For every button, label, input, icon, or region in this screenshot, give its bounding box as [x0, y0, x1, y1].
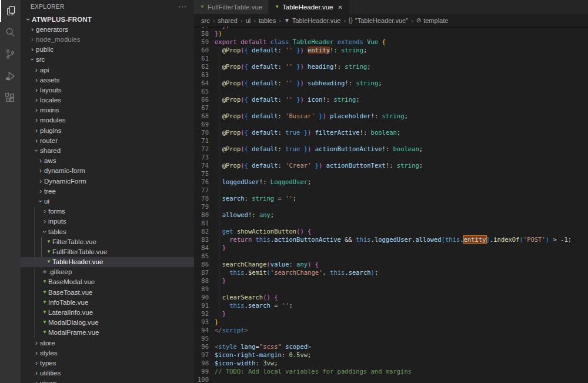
- code-line-100[interactable]: 100: [194, 375, 588, 383]
- code-line-58[interactable]: 58}): [194, 29, 588, 38]
- search-activity-button[interactable]: [0, 22, 21, 44]
- tree-item-tables[interactable]: ›tables: [21, 227, 194, 237]
- tree-item-dynamic-form[interactable]: ›dynamic-form: [21, 166, 194, 176]
- search-icon: [4, 26, 16, 39]
- tree-item-basetoast-vue[interactable]: ▼BaseToast.vue: [21, 287, 194, 297]
- tree-item-dynamicform[interactable]: ›DynamicForm: [21, 176, 194, 186]
- tree-item-assets[interactable]: ›assets: [21, 75, 194, 85]
- code-line-63[interactable]: 63: [194, 71, 588, 79]
- code-line-69[interactable]: 69: [194, 120, 588, 128]
- breadcrumb-item-shared[interactable]: shared: [218, 17, 238, 24]
- code-line-70[interactable]: 70 @Prop({ default: true }) filterActive…: [194, 128, 588, 136]
- code-line-74[interactable]: 74 @Prop({ default: 'Crear' }) actionBut…: [194, 161, 588, 169]
- tree-item-utilities[interactable]: ›utilities: [21, 368, 194, 378]
- code-line-81[interactable]: 81: [194, 219, 588, 227]
- tree-item-plugins[interactable]: ›plugins: [21, 125, 194, 135]
- files-activity-button[interactable]: [0, 0, 21, 22]
- tree-item-api[interactable]: ›api: [21, 65, 194, 75]
- breadcrumb-item-src[interactable]: src: [201, 17, 210, 24]
- code-line-66[interactable]: 66 @Prop({ default: '' }) icon!: string;: [194, 95, 588, 104]
- code-line-64[interactable]: 64 @Prop({ default: '' }) subheading!: s…: [194, 79, 588, 87]
- code-line-68[interactable]: 68 @Prop({ default: 'Buscar' }) placehol…: [194, 112, 588, 120]
- tree-item-views[interactable]: ›views: [21, 378, 194, 383]
- tree-item-router[interactable]: ›router: [21, 135, 194, 145]
- tree-item-mixins[interactable]: ›mixins: [21, 105, 194, 115]
- tree-item-modalframe-vue[interactable]: ▼ModalFrame.vue: [21, 328, 194, 338]
- tree-item-basemodal-vue[interactable]: ▼BaseModal.vue: [21, 277, 194, 287]
- tree-item-shared[interactable]: ›shared: [21, 145, 194, 155]
- tab-tableheader-vue[interactable]: ▼TableHeader.vue✕: [269, 0, 349, 14]
- tree-item-forms[interactable]: ›forms: [21, 207, 194, 217]
- code-line-83[interactable]: 83 return this.actionButtonActive && thi…: [194, 235, 588, 244]
- breadcrumb-item-tableheader-vue[interactable]: ▼TableHeader.vue: [284, 17, 340, 24]
- tree-item-fullfiltertable-vue[interactable]: ▼FullFilterTable.vue: [21, 247, 194, 257]
- tree-item-types[interactable]: ›types: [21, 358, 194, 368]
- tree-item-gitkeep[interactable]: ◆.gitkeep: [21, 267, 194, 277]
- breadcrumb-item-tables[interactable]: tables: [259, 17, 276, 24]
- tree-item-modaldialog-vue[interactable]: ▼ModalDialog.vue: [21, 318, 194, 328]
- code-line-61[interactable]: 61: [194, 54, 588, 62]
- code-line-80[interactable]: 80 allowed!: any;: [194, 211, 588, 219]
- tree-item-modules[interactable]: ›modules: [21, 115, 194, 125]
- code-line-88[interactable]: 88 }: [194, 277, 588, 285]
- source-control-activity-button[interactable]: [0, 44, 21, 65]
- run-debug-activity-button[interactable]: [0, 65, 21, 87]
- tree-item-tableheader-vue[interactable]: ▼TableHeader.vue: [21, 257, 194, 267]
- code-line-65[interactable]: 65: [194, 87, 588, 95]
- code-line-79[interactable]: 79: [194, 202, 588, 211]
- tree-item-public[interactable]: ›public: [21, 45, 194, 55]
- more-actions-icon[interactable]: ···: [178, 5, 187, 8]
- code-line-94[interactable]: 94</script>: [194, 326, 588, 334]
- code-line-91[interactable]: 91 this.search = '';: [194, 301, 588, 309]
- tree-item-infotable-vue[interactable]: ▼InfoTable.vue: [21, 297, 194, 307]
- tree-item-styles[interactable]: ›styles: [21, 348, 194, 358]
- tree-item-inputs[interactable]: ›inputs: [21, 217, 194, 227]
- tree-item-filtertable-vue[interactable]: ▼FilterTable.vue: [21, 237, 194, 247]
- code-line-76[interactable]: 76 loggedUser!: LoggedUser;: [194, 178, 588, 186]
- code-line-72[interactable]: 72 @Prop({ default: true }) actionButton…: [194, 145, 588, 153]
- tree-item-locales[interactable]: ›locales: [21, 95, 194, 105]
- tab-fullfiltertable-vue[interactable]: ▼FullFilterTable.vue: [194, 0, 269, 14]
- code-line-84[interactable]: 84 }: [194, 244, 588, 252]
- tree-item-layouts[interactable]: ›layouts: [21, 85, 194, 95]
- code-line-98[interactable]: 98$icon-width: 3vw;: [194, 359, 588, 367]
- code-line-96[interactable]: 96<style lang="scss" scoped>: [194, 342, 588, 351]
- breadcrumb-item-tableheader-vue[interactable]: {}"TableHeader.vue": [349, 17, 408, 24]
- code-line-59[interactable]: 59export default class TableHeader exten…: [194, 38, 588, 46]
- breadcrumb-item-template[interactable]: ⊘template: [416, 17, 449, 24]
- code-line-77[interactable]: 77: [194, 186, 588, 194]
- tree-item-store[interactable]: ›store: [21, 338, 194, 348]
- tree-item-src[interactable]: ›src: [21, 55, 194, 65]
- tree-item-lateralinfo-vue[interactable]: ▼LateralInfo.vue: [21, 307, 194, 317]
- tree-item-ui[interactable]: ›ui: [21, 196, 194, 206]
- tree-item-tree[interactable]: ›tree: [21, 186, 194, 196]
- tree-item-generators[interactable]: ›generators: [21, 24, 194, 34]
- code-line-97[interactable]: 97$icon-right-margin: 0.5vw;: [194, 351, 588, 359]
- code-line-85[interactable]: 85: [194, 252, 588, 260]
- extensions-activity-button[interactable]: [0, 87, 21, 109]
- code-line-60[interactable]: 60 @Prop({ default: '' }) entity!: strin…: [194, 46, 588, 54]
- code-editor[interactable]: 57 },58})59export default class TableHea…: [194, 26, 588, 383]
- code-line-95[interactable]: 95: [194, 334, 588, 342]
- breadcrumb-item-ui[interactable]: ui: [246, 17, 251, 24]
- code-line-86[interactable]: 86 searchChange(value: any) {: [194, 260, 588, 268]
- code-line-92[interactable]: 92 }: [194, 309, 588, 318]
- close-icon[interactable]: ✕: [338, 4, 342, 11]
- tree-item-node-modules[interactable]: ›node_modules: [21, 34, 194, 44]
- code-line-89[interactable]: 89: [194, 285, 588, 293]
- code-line-71[interactable]: 71: [194, 136, 588, 145]
- code-line-99[interactable]: 99// TODO: Add local variables for paddi…: [194, 367, 588, 375]
- code-line-67[interactable]: 67: [194, 104, 588, 112]
- code-line-90[interactable]: 90 clearSearch() {: [194, 293, 588, 301]
- code-line-75[interactable]: 75: [194, 169, 588, 178]
- tree-item-aws[interactable]: ›aws: [21, 156, 194, 166]
- code-line-82[interactable]: 82 get showActionButton() {: [194, 227, 588, 235]
- code-line-62[interactable]: 62 @Prop({ default: '' }) heading!: stri…: [194, 62, 588, 71]
- code-line-93[interactable]: 93}: [194, 318, 588, 326]
- tree-item-atwplus-front[interactable]: ›ATWPLUS-FRONT: [21, 14, 194, 24]
- chevron-right-icon: ›: [33, 360, 40, 366]
- code-line-87[interactable]: 87 this.$emit('searchChange', this.searc…: [194, 268, 588, 277]
- code-line-73[interactable]: 73: [194, 153, 588, 161]
- code-line-78[interactable]: 78 search: string = '';: [194, 194, 588, 202]
- tree-item-label: inputs: [48, 218, 66, 225]
